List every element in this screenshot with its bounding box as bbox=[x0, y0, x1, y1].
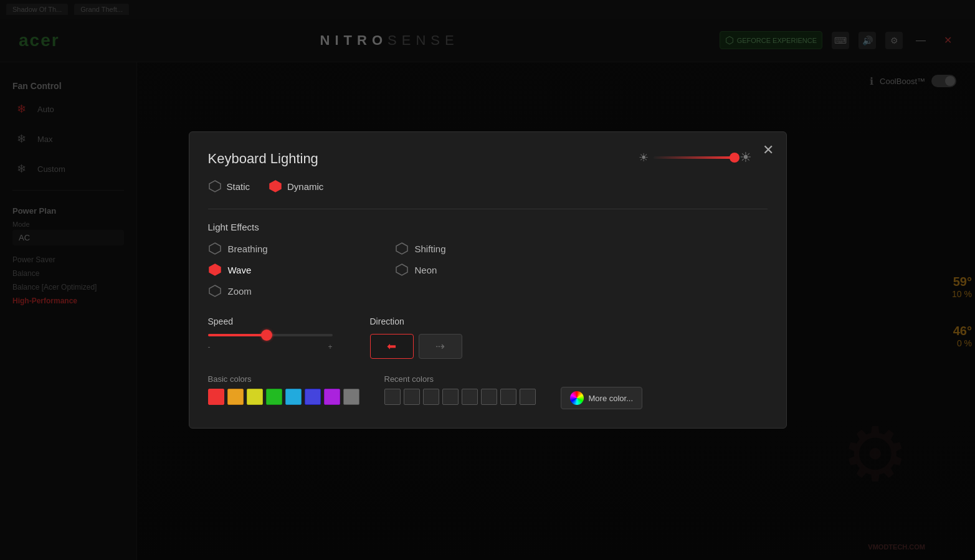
basic-color-swatches bbox=[208, 389, 359, 405]
shifting-label: Shifting bbox=[415, 244, 446, 254]
breathing-option[interactable]: Breathing bbox=[208, 242, 383, 255]
swatch-blue[interactable] bbox=[305, 389, 321, 405]
svg-marker-5 bbox=[396, 264, 407, 275]
breathing-icon bbox=[208, 242, 222, 255]
basic-colors-label: Basic colors bbox=[208, 374, 359, 384]
speed-min-label: - bbox=[208, 343, 211, 351]
wave-icon bbox=[208, 263, 222, 277]
static-label: Static bbox=[227, 181, 250, 192]
recent-colors-group: Recent colors bbox=[384, 374, 536, 405]
speed-max-label: + bbox=[328, 343, 332, 351]
swatch-purple[interactable] bbox=[324, 389, 340, 405]
shifting-icon bbox=[395, 242, 409, 255]
swatch-green[interactable] bbox=[266, 389, 282, 405]
speed-labels: - + bbox=[208, 343, 333, 351]
brightness-slider-thumb bbox=[730, 153, 740, 163]
right-arrow-icon: ⇢ bbox=[435, 339, 445, 353]
speed-slider-thumb bbox=[261, 330, 272, 341]
recent-color-swatches bbox=[384, 389, 536, 405]
wave-label: Wave bbox=[228, 265, 252, 275]
direction-control: Direction ⬅ ⇢ bbox=[370, 316, 462, 359]
recent-swatch-4[interactable] bbox=[442, 389, 459, 405]
color-wheel-icon bbox=[570, 391, 584, 405]
recent-swatch-5[interactable] bbox=[462, 389, 478, 405]
colors-section: Basic colors Recent colors bbox=[208, 374, 768, 409]
effects-grid: Breathing Shifting Wave Neon bbox=[208, 242, 768, 298]
lighting-mode-row: Static Dynamic ☀ ☀ bbox=[208, 179, 768, 193]
static-radio[interactable]: Static bbox=[208, 179, 250, 193]
controls-row: Speed - + Direction ⬅ ⇢ bbox=[208, 316, 768, 359]
modal-close-button[interactable]: ✕ bbox=[763, 143, 774, 157]
breathing-label: Breathing bbox=[228, 244, 268, 254]
svg-marker-0 bbox=[209, 181, 221, 192]
neon-option[interactable]: Neon bbox=[395, 263, 569, 277]
recent-swatch-1[interactable] bbox=[384, 389, 401, 405]
svg-marker-4 bbox=[209, 264, 221, 275]
svg-marker-3 bbox=[396, 243, 407, 254]
recent-swatch-8[interactable] bbox=[520, 389, 536, 405]
recent-swatch-3[interactable] bbox=[423, 389, 439, 405]
keyboard-lighting-modal: Keyboard Lighting ✕ Static Dynamic ☀ bbox=[189, 131, 787, 429]
more-colors-button[interactable]: More color... bbox=[561, 387, 643, 409]
more-colors-label: More color... bbox=[589, 394, 634, 403]
dynamic-label: Dynamic bbox=[287, 181, 323, 192]
static-radio-icon bbox=[208, 179, 222, 193]
brightness-high-icon: ☀ bbox=[740, 149, 752, 166]
neon-label: Neon bbox=[415, 265, 437, 275]
svg-marker-6 bbox=[209, 285, 221, 297]
zoom-icon bbox=[208, 284, 222, 298]
shifting-option[interactable]: Shifting bbox=[395, 242, 569, 255]
recent-swatch-6[interactable] bbox=[481, 389, 497, 405]
basic-colors-group: Basic colors bbox=[208, 374, 359, 405]
dynamic-radio[interactable]: Dynamic bbox=[269, 179, 323, 193]
swatch-cyan[interactable] bbox=[285, 389, 302, 405]
recent-colors-label: Recent colors bbox=[384, 374, 536, 384]
zoom-label: Zoom bbox=[228, 286, 252, 297]
brightness-low-icon: ☀ bbox=[639, 151, 649, 164]
swatch-yellow[interactable] bbox=[247, 389, 263, 405]
zoom-option[interactable]: Zoom bbox=[208, 284, 383, 298]
left-arrow-icon: ⬅ bbox=[387, 339, 396, 353]
brightness-slider-track[interactable] bbox=[654, 156, 735, 159]
direction-buttons: ⬅ ⇢ bbox=[370, 334, 462, 359]
light-effects-label: Light Effects bbox=[208, 222, 768, 232]
direction-label: Direction bbox=[370, 316, 462, 326]
svg-marker-1 bbox=[270, 181, 281, 192]
speed-control: Speed - + bbox=[208, 316, 333, 351]
direction-right-button[interactable]: ⇢ bbox=[419, 334, 462, 359]
speed-label: Speed bbox=[208, 316, 333, 326]
wave-option[interactable]: Wave bbox=[208, 263, 383, 277]
speed-slider-track[interactable] bbox=[208, 334, 333, 336]
brightness-control: ☀ ☀ bbox=[639, 149, 752, 166]
dynamic-radio-icon bbox=[269, 179, 282, 193]
recent-swatch-2[interactable] bbox=[404, 389, 420, 405]
direction-left-button[interactable]: ⬅ bbox=[370, 334, 414, 359]
speed-slider-fill bbox=[208, 334, 267, 336]
neon-icon bbox=[395, 263, 409, 277]
swatch-gray[interactable] bbox=[343, 389, 359, 405]
swatch-red[interactable] bbox=[208, 389, 224, 405]
swatch-orange[interactable] bbox=[227, 389, 244, 405]
modal-overlay: Keyboard Lighting ✕ Static Dynamic ☀ bbox=[0, 0, 975, 560]
svg-marker-2 bbox=[209, 243, 221, 254]
recent-swatch-7[interactable] bbox=[500, 389, 516, 405]
section-divider-1 bbox=[208, 209, 768, 209]
